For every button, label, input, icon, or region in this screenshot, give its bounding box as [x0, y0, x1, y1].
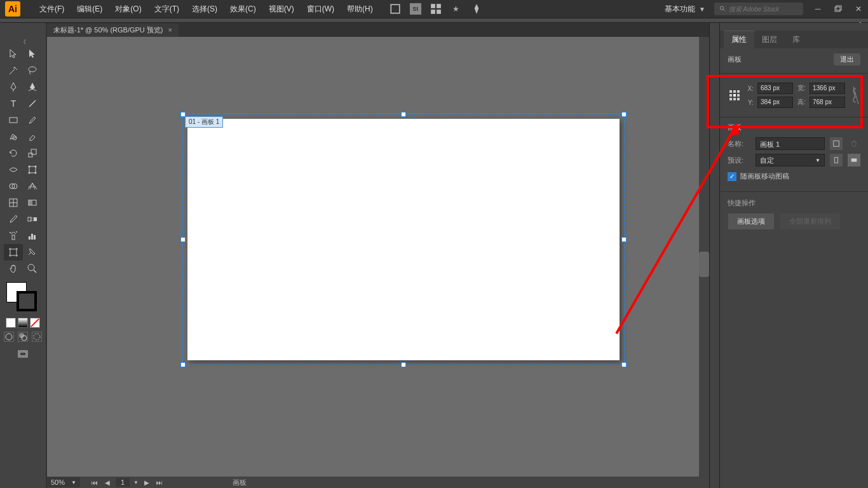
next-artboard-button[interactable]: ▶ [142, 478, 151, 487]
draw-normal[interactable] [4, 332, 14, 342]
delete-artboard-icon[interactable] [848, 137, 860, 150]
blend-tool[interactable] [23, 211, 42, 227]
resize-handle-mr[interactable] [621, 237, 627, 242]
zoom-select[interactable]: 50% ▼ [47, 477, 80, 487]
tab-properties[interactable]: 属性 [724, 30, 754, 48]
rocket-icon[interactable] [471, 3, 482, 15]
resize-handle-tm[interactable] [401, 112, 406, 117]
rectangle-tool[interactable] [4, 112, 23, 128]
preset-select[interactable]: 自定 ▼ [756, 154, 825, 166]
menu-view[interactable]: 视图(V) [262, 4, 301, 15]
paintbrush-tool[interactable] [23, 112, 42, 128]
tab-layers[interactable]: 图层 [754, 31, 785, 48]
orientation-portrait-icon[interactable] [830, 154, 843, 166]
pen-tool[interactable] [4, 79, 23, 95]
resize-handle-bl[interactable] [180, 362, 186, 367]
menu-edit[interactable]: 编辑(E) [71, 4, 109, 15]
draw-behind[interactable] [18, 332, 28, 342]
shape-builder-tool[interactable] [4, 178, 23, 194]
line-segment-tool[interactable] [23, 95, 42, 112]
magic-wand-tool[interactable] [4, 62, 23, 79]
draw-inside[interactable] [32, 332, 42, 342]
menu-select[interactable]: 选择(S) [186, 4, 224, 15]
screen-mode[interactable] [13, 347, 32, 362]
rotate-tool[interactable] [4, 145, 23, 161]
y-input[interactable]: 384 px [757, 97, 793, 108]
maximize-button[interactable] [834, 4, 843, 13]
resize-handle-br[interactable] [621, 362, 627, 367]
artboard-options-icon[interactable] [830, 137, 843, 150]
close-icon[interactable]: × [168, 26, 172, 34]
search-box[interactable] [714, 3, 803, 15]
stroke-swatch[interactable] [17, 291, 37, 311]
canvas-area[interactable]: 01 - 画板 1 [47, 37, 709, 477]
gradient-swatch[interactable] [18, 318, 28, 328]
width-tool[interactable] [4, 161, 23, 178]
minimize-button[interactable]: ─ [813, 4, 822, 13]
toolbox-collapse-icon[interactable]: 《 [17, 38, 29, 44]
artboard-number[interactable]: 1 [116, 478, 130, 487]
free-transform-tool[interactable] [23, 161, 42, 178]
resize-handle-tr[interactable] [621, 112, 627, 117]
vertical-scrollbar[interactable] [699, 37, 709, 477]
menu-file[interactable]: 文件(F) [33, 4, 71, 15]
curvature-tool[interactable] [23, 79, 42, 95]
move-artwork-checkbox-row[interactable]: ✓ 随画板移动图稿 [728, 172, 860, 181]
selection-tool[interactable] [4, 46, 23, 62]
type-tool[interactable]: T [4, 95, 23, 112]
zoom-tool[interactable] [23, 261, 42, 277]
menu-window[interactable]: 窗口(W) [301, 4, 341, 15]
reference-point-icon[interactable] [728, 88, 741, 103]
color-swatch[interactable] [6, 318, 16, 328]
stock-icon[interactable]: St [410, 3, 421, 15]
artboard-tool[interactable] [4, 244, 23, 261]
menu-object[interactable]: 对象(O) [109, 4, 147, 15]
artboard-label[interactable]: 01 - 画板 1 [185, 116, 223, 128]
link-dimensions-icon[interactable] [851, 83, 860, 107]
height-input[interactable]: 768 px [810, 97, 845, 108]
chevron-down-icon[interactable]: ▼ [133, 480, 139, 485]
artboard-name-input[interactable]: 画板 1 [756, 137, 825, 150]
document-tab[interactable]: 未标题-1* @ 50% (RGB/GPU 预览) × [47, 24, 179, 37]
star-icon[interactable]: ★ [451, 3, 462, 15]
none-swatch[interactable] [30, 318, 40, 328]
menu-effect[interactable]: 效果(C) [224, 4, 262, 15]
search-input[interactable] [729, 6, 798, 13]
shaper-tool[interactable] [4, 128, 23, 145]
hand-tool[interactable] [4, 261, 23, 277]
scrollbar-thumb[interactable] [699, 252, 709, 277]
fill-stroke-swatches[interactable] [5, 282, 41, 310]
orientation-landscape-icon[interactable] [848, 154, 860, 166]
direct-selection-tool[interactable] [23, 46, 42, 62]
width-input[interactable]: 1366 px [810, 83, 845, 94]
resize-handle-ml[interactable] [180, 237, 186, 242]
mesh-tool[interactable] [4, 194, 23, 211]
menu-type[interactable]: 文字(T) [148, 4, 186, 15]
close-button[interactable]: ✕ [854, 4, 863, 13]
eyedropper-tool[interactable] [4, 211, 23, 227]
last-artboard-button[interactable]: ⏭ [155, 478, 164, 487]
lasso-tool[interactable] [23, 62, 42, 79]
resize-handle-bm[interactable] [401, 362, 406, 367]
artboard[interactable] [187, 119, 620, 360]
eraser-tool[interactable] [23, 128, 42, 145]
grid-icon[interactable] [430, 3, 442, 15]
checkbox-checked-icon[interactable]: ✓ [728, 172, 736, 181]
prev-artboard-button[interactable]: ◀ [103, 478, 112, 487]
collapsed-panel-dock[interactable] [709, 23, 719, 488]
x-input[interactable]: 683 px [757, 83, 793, 94]
scale-tool[interactable] [23, 145, 42, 161]
gradient-tool[interactable] [23, 194, 42, 211]
slice-tool[interactable] [23, 244, 42, 261]
column-graph-tool[interactable] [23, 227, 42, 244]
workspace-switcher[interactable]: 基本功能 ▼ [665, 4, 705, 15]
box-icon[interactable] [390, 3, 401, 15]
first-artboard-button[interactable]: ⏮ [90, 478, 99, 487]
perspective-grid-tool[interactable] [23, 178, 42, 194]
document-tab-title: 未标题-1* @ 50% (RGB/GPU 预览) [53, 25, 163, 35]
exit-button[interactable]: 退出 [834, 53, 860, 65]
symbol-sprayer-tool[interactable] [4, 227, 23, 244]
artboard-options-button[interactable]: 画板选项 [728, 213, 775, 230]
menu-help[interactable]: 帮助(H) [341, 4, 379, 15]
tab-libraries[interactable]: 库 [785, 31, 808, 48]
